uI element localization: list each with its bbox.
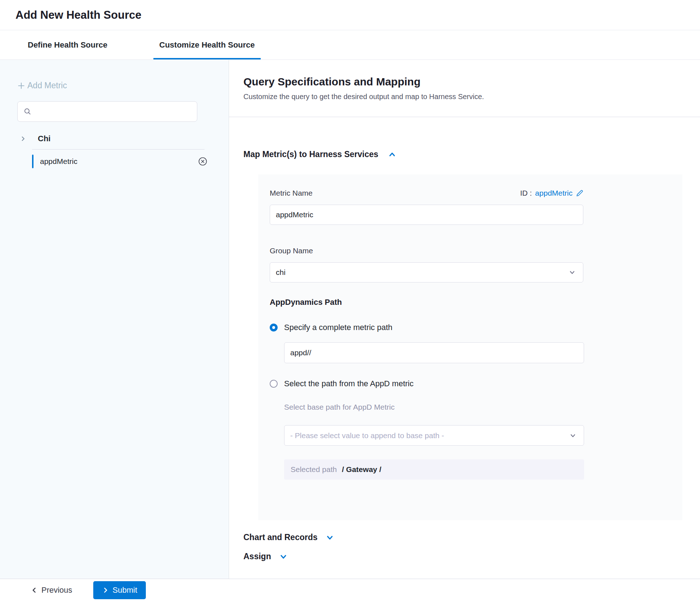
radio-select-path[interactable] [270, 380, 278, 388]
chart-and-records-toggle[interactable]: Chart and Records [243, 533, 700, 542]
metric-id-value[interactable]: appdMetric [535, 189, 573, 197]
chevron-right-icon [102, 587, 109, 594]
selected-path-bar: Selected path / Gateway / [284, 459, 584, 480]
assign-toggle[interactable]: Assign [243, 552, 700, 561]
selected-path-value: / Gateway / [342, 465, 381, 474]
chevron-down-icon [279, 552, 288, 561]
dialog-header: Add New Health Source [0, 0, 700, 30]
dialog-footer: Previous Submit [0, 579, 700, 601]
previous-button[interactable]: Previous [31, 586, 72, 595]
base-path-label: Select base path for AppD Metric [284, 403, 682, 411]
group-name-value: chi [276, 268, 286, 277]
tab-bar: Define Health Source Customize Health So… [0, 30, 700, 60]
add-metric-button[interactable]: Add Metric [17, 81, 67, 90]
tab-customize-health-source[interactable]: Customize Health Source [153, 30, 260, 59]
appdynamics-path-heading: AppDynamics Path [270, 298, 682, 307]
add-metric-label: Add Metric [27, 81, 67, 90]
plus-icon [17, 81, 26, 90]
query-specifications-panel: Query Specifications and Mapping Customi… [229, 60, 700, 579]
radio-complete-path[interactable] [270, 324, 278, 331]
chevron-right-icon [20, 135, 26, 142]
map-metrics-section-header[interactable]: Map Metric(s) to Harness Services [243, 150, 700, 159]
radio-complete-path-row: Specify a complete metric path [270, 323, 682, 332]
section-title: Query Specifications and Mapping [243, 76, 700, 88]
metric-search-input[interactable] [35, 102, 197, 120]
metric-name-input[interactable] [270, 205, 583, 225]
circle-x-icon [198, 156, 208, 166]
page-title: Add New Health Source [15, 9, 142, 22]
section-subtitle: Customize the query to get the desired o… [243, 93, 700, 101]
chevron-left-icon [31, 587, 38, 594]
group-name-select[interactable]: chi [270, 262, 583, 282]
assign-label: Assign [243, 552, 271, 561]
complete-metric-path-input[interactable] [284, 342, 584, 363]
group-divider [32, 149, 205, 150]
previous-label: Previous [41, 586, 72, 595]
metric-id: ID : appdMetric [520, 189, 583, 197]
radio-complete-path-label[interactable]: Specify a complete metric path [284, 323, 392, 332]
submit-label: Submit [113, 586, 137, 595]
add-health-source-dialog: Add New Health Source Define Health Sour… [0, 0, 700, 601]
metric-item-label: appdMetric [40, 157, 77, 166]
search-icon [23, 107, 31, 115]
radio-select-path-label[interactable]: Select the path from the AppD metric [284, 379, 414, 388]
metric-group-label: Chi [38, 134, 50, 143]
divider [229, 117, 700, 117]
metric-list-item[interactable]: appdMetric [0, 152, 229, 170]
edit-icon[interactable] [576, 190, 583, 197]
chart-and-records-label: Chart and Records [243, 533, 318, 542]
metric-name-header: Metric Name ID : appdMetric [270, 189, 583, 197]
metric-name-label: Metric Name [270, 189, 313, 197]
delete-metric-button[interactable] [198, 156, 208, 166]
selected-path-label: Selected path [291, 465, 337, 474]
tab-define-health-source[interactable]: Define Health Source [22, 30, 113, 59]
group-name-label: Group Name [270, 246, 682, 255]
radio-select-path-row: Select the path from the AppD metric [270, 379, 682, 388]
metrics-sidebar: Add Metric Chi appdMetric [0, 60, 229, 579]
metric-search-box [17, 101, 197, 122]
chevron-down-icon [326, 533, 334, 542]
mapping-form-panel: Metric Name ID : appdMetric Group Name c… [258, 174, 682, 520]
selected-indicator [32, 155, 33, 168]
dialog-body: Add Metric Chi appdMetric [0, 60, 700, 579]
submit-button[interactable]: Submit [93, 581, 146, 599]
collapse-section-button[interactable] [388, 150, 396, 159]
base-path-select[interactable]: - Please select value to append to base … [284, 425, 584, 446]
map-metrics-title: Map Metric(s) to Harness Services [243, 150, 378, 159]
metric-group-row[interactable]: Chi [20, 134, 229, 143]
chevron-down-icon [569, 269, 576, 276]
metric-id-prefix: ID : [520, 189, 532, 197]
chevron-up-icon [388, 150, 396, 159]
chevron-down-icon [569, 432, 576, 439]
base-path-placeholder: - Please select value to append to base … [290, 431, 444, 440]
